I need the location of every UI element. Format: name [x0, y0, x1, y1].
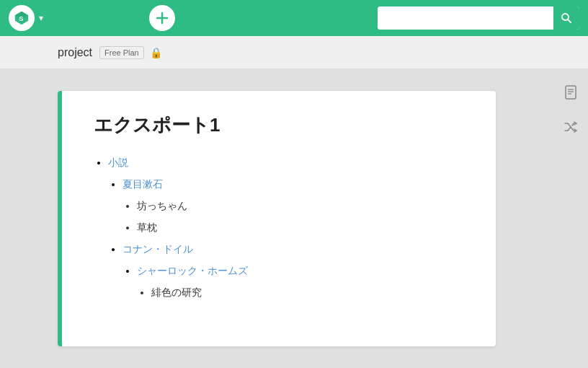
search-area [378, 6, 579, 30]
svg-line-6 [568, 19, 571, 22]
search-input[interactable] [378, 6, 553, 30]
document-title: エクスポート1 [94, 113, 467, 138]
logo-button[interactable]: S [9, 5, 35, 31]
outline-link[interactable]: シャーロック・ホームズ [137, 265, 248, 276]
list-item: 夏目漱石 坊っちゃん 草枕 [122, 174, 467, 237]
free-plan-badge: Free Plan [99, 46, 144, 59]
add-button[interactable] [149, 5, 175, 31]
content-area: エクスポート1 小説 夏目漱石 坊っちゃん 草枕 [0, 69, 553, 368]
plus-icon [155, 11, 169, 25]
list-item: 緋色の研究 [151, 282, 467, 302]
search-button[interactable] [553, 6, 579, 30]
document-card: エクスポート1 小説 夏目漱石 坊っちゃん 草枕 [58, 91, 496, 346]
project-title: project [58, 46, 92, 59]
subheader: project Free Plan 🔒 [0, 36, 588, 69]
list-item: 草枕 [137, 217, 467, 237]
logo-icon: S [14, 10, 30, 26]
svg-text:S: S [19, 15, 23, 22]
outline-link[interactable]: コナン・ドイル [122, 243, 193, 255]
shuffle-panel-button[interactable] [559, 115, 582, 139]
document-panel-button[interactable] [559, 81, 582, 104]
document-outline: 小説 夏目漱石 坊っちゃん 草枕 コナン・ドイル [94, 152, 467, 302]
main-content: エクスポート1 小説 夏目漱石 坊っちゃん 草枕 [0, 69, 588, 368]
list-item: コナン・ドイル シャーロック・ホームズ 緋色の研究 [122, 239, 467, 302]
right-panel [553, 69, 588, 368]
dropdown-arrow-icon[interactable]: ▾ [39, 13, 43, 23]
svg-rect-7 [566, 86, 576, 99]
document-icon [563, 84, 579, 100]
outline-link[interactable]: 小説 [108, 157, 128, 168]
left-accent-bar [58, 91, 62, 346]
list-item: 小説 夏目漱石 坊っちゃん 草枕 コナン・ドイル [108, 152, 467, 302]
search-icon [561, 12, 572, 24]
outline-link[interactable]: 夏目漱石 [122, 178, 163, 190]
list-item: 坊っちゃん [137, 196, 467, 216]
shuffle-icon [563, 119, 579, 135]
list-item: シャーロック・ホームズ 緋色の研究 [137, 260, 467, 302]
lock-icon: 🔒 [150, 47, 162, 58]
topbar: S ▾ [0, 0, 588, 36]
